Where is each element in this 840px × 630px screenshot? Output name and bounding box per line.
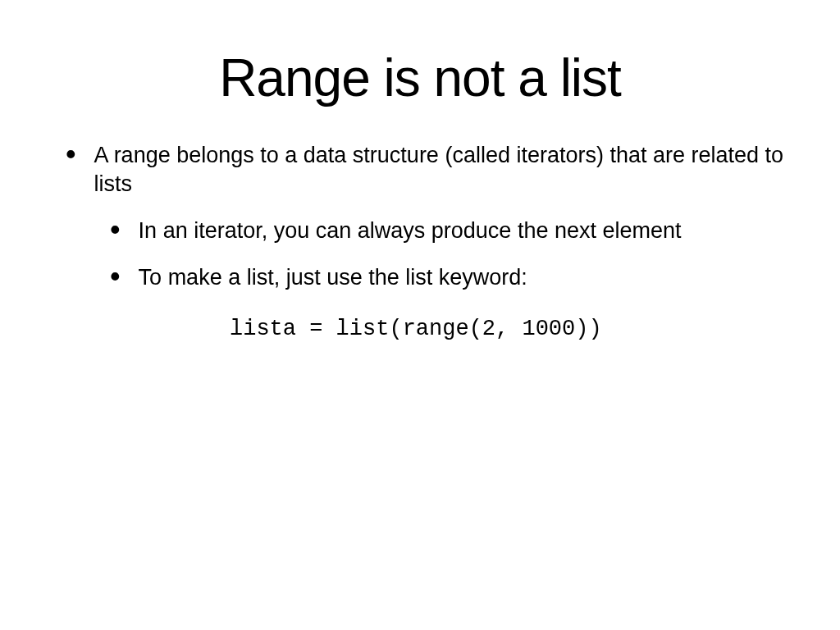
bullet-text: To make a list, just use the list keywor… — [139, 263, 527, 292]
bullet-item: • To make a list, just use the list keyw… — [110, 263, 799, 292]
code-example: lista = list(range(2, 1000)) — [230, 317, 799, 341]
bullet-icon: • — [66, 146, 76, 162]
slide-title: Range is not a list — [0, 0, 840, 141]
bullet-item: • In an iterator, you can always produce… — [110, 217, 799, 245]
bullet-icon: • — [110, 221, 121, 238]
slide-container: Range is not a list • A range belongs to… — [0, 0, 840, 630]
bullet-icon: • — [110, 268, 121, 285]
bullet-text: A range belongs to a data structure (cal… — [94, 141, 799, 199]
slide-content: • A range belongs to a data structure (c… — [0, 141, 840, 341]
bullet-item: • A range belongs to a data structure (c… — [66, 141, 799, 199]
bullet-text: In an iterator, you can always produce t… — [139, 217, 682, 245]
